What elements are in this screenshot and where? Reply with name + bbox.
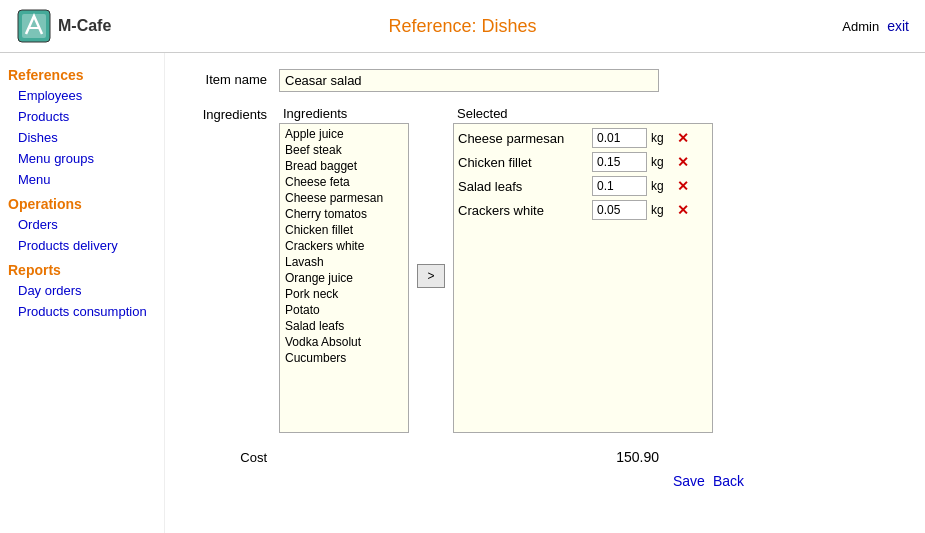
main-content: Item name Ingredients Ingredients Apple … bbox=[165, 53, 925, 533]
table-row: Salad leafskg✕ bbox=[458, 176, 708, 196]
list-item[interactable]: Salad leafs bbox=[282, 318, 406, 334]
app-logo-icon bbox=[16, 8, 52, 44]
selected-item-name: Chicken fillet bbox=[458, 155, 588, 170]
item-name-input[interactable] bbox=[279, 69, 659, 92]
sidebar-section-references: References bbox=[0, 61, 164, 85]
table-row: Crackers whitekg✕ bbox=[458, 200, 708, 220]
selected-item-unit: kg bbox=[651, 155, 673, 169]
list-item[interactable]: Lavash bbox=[282, 254, 406, 270]
sidebar: References Employees Products Dishes Men… bbox=[0, 53, 165, 533]
user-name: Admin bbox=[842, 19, 879, 34]
ingredients-label: Ingredients bbox=[189, 104, 279, 122]
selected-item-qty[interactable] bbox=[592, 176, 647, 196]
ingredients-panel-header: Ingredients bbox=[279, 104, 409, 123]
sidebar-item-dishes[interactable]: Dishes bbox=[0, 127, 164, 148]
delete-item-button[interactable]: ✕ bbox=[677, 154, 689, 170]
list-item[interactable]: Beef steak bbox=[282, 142, 406, 158]
selected-panel-header: Selected bbox=[453, 104, 713, 123]
sidebar-section-reports: Reports bbox=[0, 256, 164, 280]
sidebar-item-menu-groups[interactable]: Menu groups bbox=[0, 148, 164, 169]
selected-item-unit: kg bbox=[651, 131, 673, 145]
selected-item-unit: kg bbox=[651, 203, 673, 217]
list-item[interactable]: Cheese parmesan bbox=[282, 190, 406, 206]
layout: References Employees Products Dishes Men… bbox=[0, 53, 925, 533]
list-item[interactable]: Crackers white bbox=[282, 238, 406, 254]
list-item[interactable]: Orange juice bbox=[282, 270, 406, 286]
list-item[interactable]: Bread bagget bbox=[282, 158, 406, 174]
add-ingredient-button[interactable]: > bbox=[417, 264, 445, 288]
add-btn-area: > bbox=[417, 104, 445, 288]
sidebar-item-day-orders[interactable]: Day orders bbox=[0, 280, 164, 301]
sidebar-item-products-delivery[interactable]: Products delivery bbox=[0, 235, 164, 256]
save-button[interactable]: Save bbox=[673, 473, 705, 489]
ingredients-row: Ingredients Ingredients Apple juiceBeef … bbox=[189, 104, 901, 433]
header: M-Cafe Reference: Dishes Admin exit bbox=[0, 0, 925, 53]
list-item[interactable]: Potato bbox=[282, 302, 406, 318]
ingredients-area: Ingredients Apple juiceBeef steakBread b… bbox=[279, 104, 713, 433]
selected-item-qty[interactable] bbox=[592, 200, 647, 220]
table-row: Chicken filletkg✕ bbox=[458, 152, 708, 172]
delete-item-button[interactable]: ✕ bbox=[677, 202, 689, 218]
list-item[interactable]: Pork neck bbox=[282, 286, 406, 302]
item-name-label: Item name bbox=[189, 69, 279, 87]
action-buttons: Save Back bbox=[274, 473, 744, 489]
sidebar-item-menu[interactable]: Menu bbox=[0, 169, 164, 190]
app-name: M-Cafe bbox=[58, 17, 111, 35]
selected-item-unit: kg bbox=[651, 179, 673, 193]
exit-link[interactable]: exit bbox=[887, 18, 909, 34]
cost-value: 150.90 bbox=[279, 449, 659, 465]
selected-item-qty[interactable] bbox=[592, 152, 647, 172]
selected-item-name: Cheese parmesan bbox=[458, 131, 588, 146]
selected-item-qty[interactable] bbox=[592, 128, 647, 148]
cost-label: Cost bbox=[189, 450, 279, 465]
sidebar-section-operations: Operations bbox=[0, 190, 164, 214]
sidebar-item-products[interactable]: Products bbox=[0, 106, 164, 127]
list-item[interactable]: Vodka Absolut bbox=[282, 334, 406, 350]
list-item[interactable]: Chicken fillet bbox=[282, 222, 406, 238]
selected-panel: Selected Cheese parmesankg✕Chicken fille… bbox=[453, 104, 713, 433]
table-row: Cheese parmesankg✕ bbox=[458, 128, 708, 148]
ingredients-list-panel: Ingredients Apple juiceBeef steakBread b… bbox=[279, 104, 409, 433]
delete-item-button[interactable]: ✕ bbox=[677, 130, 689, 146]
sidebar-item-employees[interactable]: Employees bbox=[0, 85, 164, 106]
list-item[interactable]: Cheese feta bbox=[282, 174, 406, 190]
list-item[interactable]: Apple juice bbox=[282, 126, 406, 142]
selected-items-table: Cheese parmesankg✕Chicken filletkg✕Salad… bbox=[453, 123, 713, 433]
item-name-row: Item name bbox=[189, 69, 901, 92]
delete-item-button[interactable]: ✕ bbox=[677, 178, 689, 194]
list-item[interactable]: Cucumbers bbox=[282, 350, 406, 366]
list-item[interactable]: Cherry tomatos bbox=[282, 206, 406, 222]
ingredients-listbox[interactable]: Apple juiceBeef steakBread baggetCheese … bbox=[279, 123, 409, 433]
sidebar-item-products-consumption[interactable]: Products consumption bbox=[0, 301, 164, 322]
user-area: Admin exit bbox=[842, 18, 909, 34]
cost-row: Cost 150.90 bbox=[189, 449, 901, 465]
back-button[interactable]: Back bbox=[713, 473, 744, 489]
logo-area: M-Cafe bbox=[16, 8, 111, 44]
selected-item-name: Crackers white bbox=[458, 203, 588, 218]
selected-item-name: Salad leafs bbox=[458, 179, 588, 194]
page-title: Reference: Dishes bbox=[388, 16, 536, 37]
sidebar-item-orders[interactable]: Orders bbox=[0, 214, 164, 235]
